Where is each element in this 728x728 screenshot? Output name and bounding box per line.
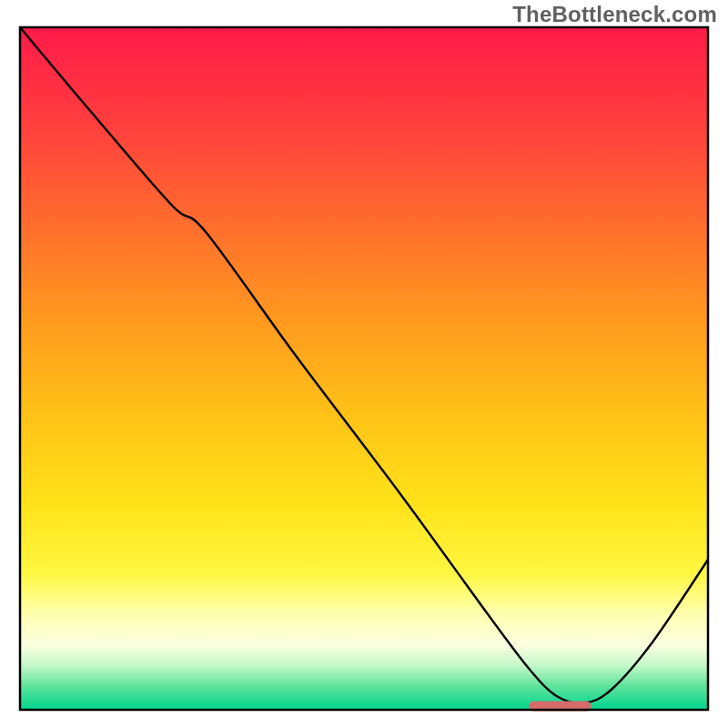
bottleneck-chart (0, 0, 728, 728)
watermark-text: TheBottleneck.com (512, 2, 717, 27)
plot-background (20, 27, 708, 710)
chart-stage: TheBottleneck.com (0, 0, 728, 728)
